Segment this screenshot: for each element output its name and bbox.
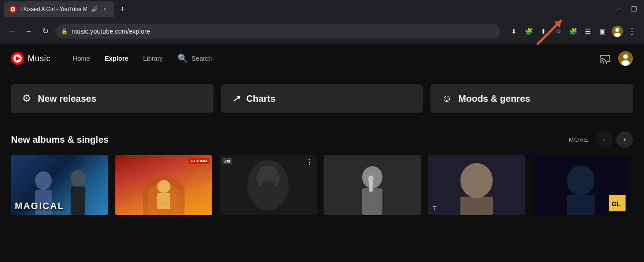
extension-icon[interactable]: 🧩 [522,25,535,38]
svg-point-12 [623,54,628,59]
new-releases-icon: ⚙ [22,93,31,105]
share-icon[interactable]: ⬆ [537,25,550,38]
lock-icon: 🔒 [61,28,68,35]
new-releases-label: New releases [38,93,96,104]
download-icon[interactable]: ⬇ [507,25,520,38]
svg-text:GL: GL [612,200,621,208]
svg-point-16 [71,170,85,186]
gl-badge: GL [609,195,626,211]
address-text: music.youtube.com/explore [72,28,495,35]
new-releases-button[interactable]: ⚙ New releases [11,84,214,113]
svg-point-30 [567,166,595,195]
search-area[interactable]: 🔍 Search [178,53,212,64]
moods-genres-button[interactable]: ☺ Moods & genres [430,84,633,113]
profile-avatar[interactable] [611,25,624,38]
menu-bar-icon[interactable]: ☰ [581,25,594,38]
charts-icon: ↗ [232,93,240,104]
svg-point-18 [157,180,170,193]
album-text-magical: MAGICAL [15,201,64,211]
youtube-music-app: Music Home Explore Library 🔍 Search [0,44,644,262]
svg-rect-17 [71,186,85,215]
more-options-icon[interactable]: ⋮ [626,25,638,38]
browser-refresh-button[interactable]: ↻ [39,25,52,38]
album-thumbnail [324,155,421,215]
window-minimize[interactable]: — [613,3,626,16]
jm-badge: JM [222,158,232,164]
svg-point-4 [615,28,619,32]
strumm-badge: STRUMM [189,158,209,164]
album-card[interactable]: STRUMM [115,155,212,215]
window-restore[interactable]: ❐ [627,3,640,16]
search-label: Search [191,55,212,62]
logo-area[interactable]: Music [11,52,51,65]
tab-audio-icon: 🔊 [91,6,98,12]
album-thumbnail: MAGICAL [11,155,108,215]
header-actions [600,51,633,66]
nav-library[interactable]: Library [143,53,163,64]
puzzle-icon[interactable]: 🧩 [566,25,579,38]
album-card[interactable]: GL [532,155,629,215]
album-card[interactable]: JM ⋮ [220,155,316,215]
albums-grid: MAGICAL STRUMM [11,155,633,215]
tab-close-button[interactable]: × [101,6,109,13]
album-thumbnail: STRUMM [115,155,212,215]
svg-point-13 [621,60,630,66]
tab-favicon [9,6,17,13]
more-link[interactable]: MORE [569,136,589,143]
split-view-icon[interactable]: ▣ [596,25,609,38]
album-thumbnail: GL [532,155,629,215]
svg-rect-24 [362,188,382,215]
albums-section: New albums & singles MORE ‹ › [0,120,644,215]
prev-arrow-button[interactable]: ‹ [596,131,613,148]
app-header: Music Home Explore Library 🔍 Search [0,44,644,73]
moods-genres-label: Moods & genres [459,93,531,104]
browser-back-button[interactable]: ← [6,25,18,38]
profile-icon [612,26,623,37]
svg-rect-31 [567,195,595,215]
user-avatar[interactable] [618,51,633,66]
svg-point-26 [368,175,374,183]
app-navigation: Home Explore Library 🔍 Search [73,53,600,64]
charts-button[interactable]: ↗ Charts [221,84,423,113]
moods-icon: ☺ [441,93,452,105]
section-header: New albums & singles MORE ‹ › [11,131,633,148]
browser-tab[interactable]: I Kissed A Girl - YouTube M 🔊 × [4,1,114,17]
nav-explore[interactable]: Explore [105,53,128,64]
nav-home[interactable]: Home [73,53,90,64]
album-card[interactable]: T [428,155,525,215]
next-arrow-button[interactable]: › [616,131,633,148]
album-thumbnail: T [428,155,525,215]
album-card[interactable] [324,155,421,215]
cast-icon[interactable] [600,53,611,64]
address-bar[interactable]: 🔒 music.youtube.com/explore [55,24,500,39]
album-thumbnail: JM ⋮ [220,155,316,215]
charts-label: Charts [246,93,275,104]
svg-point-22 [259,180,277,204]
bookmark-icon[interactable]: ☆ [552,25,565,38]
search-icon: 🔍 [178,53,188,64]
svg-rect-19 [157,193,170,209]
section-title: New albums & singles [11,134,569,145]
tab-title: I Kissed A Girl - YouTube M [20,6,88,12]
youtube-music-logo [11,52,24,65]
browser-forward-button[interactable]: → [22,25,35,38]
nav-arrows: ‹ › [596,131,633,148]
app-title: Music [28,54,51,64]
svg-point-27 [460,163,493,198]
svg-text:T: T [433,205,437,212]
new-tab-button[interactable]: + [116,3,129,16]
svg-rect-28 [460,197,493,215]
svg-point-14 [35,171,52,190]
menu-dots-icon: ⋮ [305,158,313,167]
explore-categories: ⚙ New releases ↗ Charts ☺ Moods & genres [0,73,644,120]
album-card[interactable]: MAGICAL [11,155,108,215]
